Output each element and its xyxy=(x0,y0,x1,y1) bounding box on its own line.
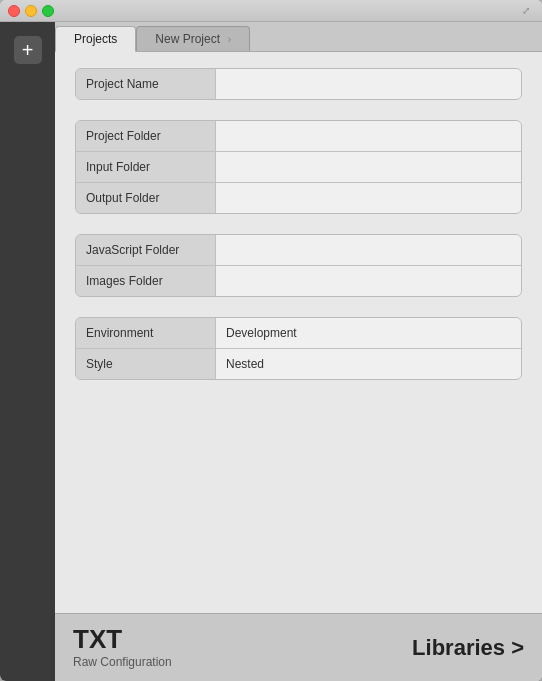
section-settings: Environment Development Style Nested xyxy=(75,317,522,380)
main-layout: + Projects New Project › Project Name xyxy=(0,22,542,681)
tab-projects[interactable]: Projects xyxy=(55,26,136,52)
row-style: Style Nested xyxy=(76,349,521,379)
add-button[interactable]: + xyxy=(14,36,42,64)
app-window: ⤢ + Projects New Project › xyxy=(0,0,542,681)
tab-arrow-icon: › xyxy=(227,33,231,45)
libraries-link[interactable]: Libraries > xyxy=(412,635,524,661)
label-images-folder: Images Folder xyxy=(76,266,216,296)
input-javascript-folder[interactable] xyxy=(216,235,521,265)
input-project-name[interactable] xyxy=(216,69,521,99)
maximize-button[interactable] xyxy=(42,5,54,17)
minimize-button[interactable] xyxy=(25,5,37,17)
tab-new-project-label: New Project xyxy=(155,32,220,46)
section-assets: JavaScript Folder Images Folder xyxy=(75,234,522,297)
row-environment: Environment Development xyxy=(76,318,521,349)
close-button[interactable] xyxy=(8,5,20,17)
bottom-left: TXT Raw Configuration xyxy=(73,626,172,669)
titlebar: ⤢ xyxy=(0,0,542,22)
bottom-title: TXT xyxy=(73,626,172,652)
input-images-folder[interactable] xyxy=(216,266,521,296)
bottom-bar: TXT Raw Configuration Libraries > xyxy=(55,613,542,681)
row-javascript-folder: JavaScript Folder xyxy=(76,235,521,266)
label-output-folder: Output Folder xyxy=(76,183,216,213)
tab-projects-label: Projects xyxy=(74,32,117,46)
section-folders: Project Folder Input Folder Output Folde… xyxy=(75,120,522,214)
row-output-folder: Output Folder xyxy=(76,183,521,213)
row-images-folder: Images Folder xyxy=(76,266,521,296)
form-area: Project Name Project Folder Input Folder xyxy=(55,52,542,613)
sidebar: + xyxy=(0,22,55,681)
content-area: Projects New Project › Project Name xyxy=(55,22,542,681)
label-style: Style xyxy=(76,349,216,379)
row-project-name: Project Name xyxy=(76,69,521,99)
row-input-folder: Input Folder xyxy=(76,152,521,183)
label-project-name: Project Name xyxy=(76,69,216,99)
value-environment[interactable]: Development xyxy=(216,318,521,348)
input-project-folder[interactable] xyxy=(216,121,521,151)
tab-new-project[interactable]: New Project › xyxy=(136,26,250,51)
label-input-folder: Input Folder xyxy=(76,152,216,182)
value-style[interactable]: Nested xyxy=(216,349,521,379)
traffic-lights xyxy=(8,5,54,17)
tab-bar: Projects New Project › xyxy=(55,22,542,52)
input-output-folder[interactable] xyxy=(216,183,521,213)
row-project-folder: Project Folder xyxy=(76,121,521,152)
resize-icon: ⤢ xyxy=(522,5,534,17)
label-environment: Environment xyxy=(76,318,216,348)
label-javascript-folder: JavaScript Folder xyxy=(76,235,216,265)
section-name: Project Name xyxy=(75,68,522,100)
label-project-folder: Project Folder xyxy=(76,121,216,151)
bottom-subtitle: Raw Configuration xyxy=(73,655,172,669)
input-input-folder[interactable] xyxy=(216,152,521,182)
